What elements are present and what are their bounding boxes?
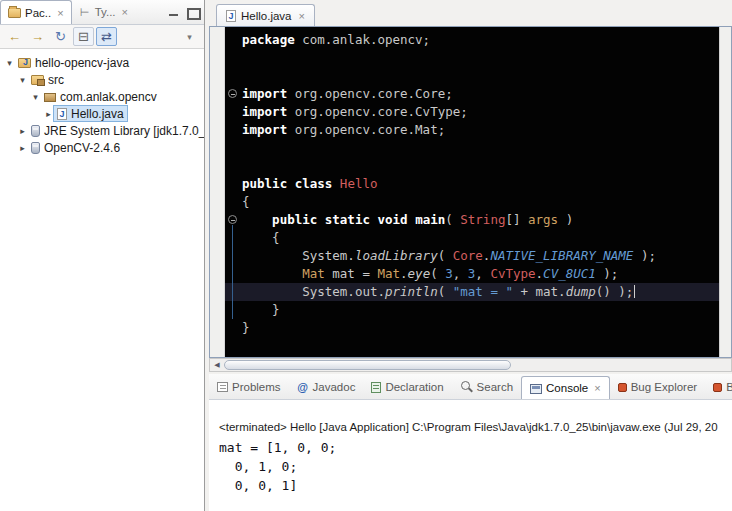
code-line[interactable] xyxy=(225,139,719,157)
tab-hello-java[interactable]: Hello.java × xyxy=(216,4,315,26)
code-line[interactable]: { xyxy=(225,229,719,247)
code-token: args xyxy=(528,212,558,227)
code-line[interactable]: System.loadLibrary( Core.NATIVE_LIBRARY_… xyxy=(225,247,719,265)
code-token: println xyxy=(385,284,438,299)
tree-item-label: JRE System Library [jdk1.7.0_25] xyxy=(44,124,204,138)
tree-item-hello-java[interactable]: ▸Hello.java xyxy=(0,105,204,122)
tab-label: Bug Explorer xyxy=(631,381,697,393)
code-line[interactable]: import org.opencv.core.CvType; xyxy=(225,103,719,121)
tab-bug-explorer[interactable]: Bug Explorer xyxy=(610,374,705,399)
expand-arrow-icon[interactable]: ▸ xyxy=(17,143,28,153)
code-token: CV_8UC1 xyxy=(543,266,596,281)
code-token: NATIVE_LIBRARY_NAME xyxy=(490,248,633,263)
code-token: Mat xyxy=(377,266,400,281)
refresh-icon[interactable]: ↻ xyxy=(50,27,71,46)
console-output[interactable]: mat = [1, 0, 0; 0, 1, 0; 0, 0, 1] xyxy=(209,435,732,498)
forward-icon[interactable]: → xyxy=(27,27,48,46)
view-menu-icon[interactable]: ▾ xyxy=(179,27,200,46)
tree-item-label: Hello.java xyxy=(71,107,124,121)
code-line[interactable]: import org.opencv.core.Mat; xyxy=(225,121,719,139)
close-icon[interactable]: × xyxy=(57,7,63,19)
fold-gutter-cell xyxy=(225,211,242,229)
fold-gutter-cell xyxy=(225,229,242,247)
code-line[interactable]: public static void main( String[] args ) xyxy=(225,211,719,229)
collapse-arrow-icon[interactable]: ▾ xyxy=(17,75,28,85)
back-icon[interactable]: ← xyxy=(4,27,25,46)
expand-arrow-icon[interactable]: ▸ xyxy=(43,109,54,119)
console-line: 0, 1, 0; xyxy=(219,457,722,476)
tree-item-label: com.anlak.opencv xyxy=(60,90,157,104)
maximize-button[interactable] xyxy=(185,5,199,19)
code-line[interactable]: { xyxy=(225,193,719,211)
scroll-left-icon[interactable]: ◀ xyxy=(210,361,224,369)
code-line[interactable]: package com.anlak.opencv; xyxy=(225,31,719,49)
tree-item-content: hello-opencv-java xyxy=(15,55,132,70)
collapse-arrow-icon[interactable]: ▾ xyxy=(4,58,15,68)
text-caret xyxy=(634,285,635,298)
close-icon[interactable]: × xyxy=(299,10,305,22)
left-view-tabs: Pac..×Ty...× xyxy=(0,0,135,24)
code-token: . xyxy=(400,266,408,281)
code-line[interactable] xyxy=(225,67,719,85)
code-text: public class Hello xyxy=(242,175,378,193)
code-line[interactable]: } xyxy=(225,319,719,337)
code-token: import xyxy=(242,122,287,137)
code-line[interactable]: public class Hello xyxy=(225,175,719,193)
tree-item-hello-opencv-java[interactable]: ▾hello-opencv-java xyxy=(0,54,204,71)
tab-javadoc[interactable]: Javadoc xyxy=(289,374,364,399)
code-token: ( xyxy=(438,284,453,299)
tab-label: Bug xyxy=(726,381,732,393)
fold-gutter-cell xyxy=(225,121,242,139)
code-token: "mat = " xyxy=(453,284,513,299)
source-folder-icon xyxy=(31,75,44,85)
fold-collapse-icon[interactable] xyxy=(228,89,237,98)
code-token: { xyxy=(242,194,250,209)
tab-bug[interactable]: Bug xyxy=(705,374,732,399)
tab-label: Declaration xyxy=(385,381,443,393)
scrollbar-thumb[interactable] xyxy=(224,360,511,370)
bug-icon xyxy=(618,383,627,392)
left-window-buttons xyxy=(167,0,204,24)
tab-declaration[interactable]: Declaration xyxy=(363,374,451,399)
close-icon[interactable]: × xyxy=(122,6,128,18)
code-area[interactable]: package com.anlak.opencv;import org.open… xyxy=(225,27,719,357)
code-token: import xyxy=(242,86,287,101)
fold-scope-line xyxy=(232,265,233,283)
tree-item-opencv-2-4-6[interactable]: ▸OpenCV-2.4.6 xyxy=(0,139,204,156)
fold-gutter-cell xyxy=(225,265,242,283)
collapse-arrow-icon[interactable]: ▾ xyxy=(30,92,41,102)
tree-item-jre-system-library-jdk1-7-0-25[interactable]: ▸JRE System Library [jdk1.7.0_25] xyxy=(0,122,204,139)
code-line[interactable]: System.out.println( "mat = " + mat.dump(… xyxy=(225,283,719,301)
tab-pac[interactable]: Pac..× xyxy=(0,0,72,24)
code-token: () ); xyxy=(596,284,634,299)
fold-collapse-icon[interactable] xyxy=(228,215,237,224)
code-token: org.opencv.core.Mat; xyxy=(287,122,445,137)
code-token xyxy=(242,266,302,281)
tab-search[interactable]: Search xyxy=(452,374,521,399)
horizontal-scrollbar[interactable]: ◀ xyxy=(209,358,732,372)
code-token: class xyxy=(295,176,333,191)
code-line[interactable]: } xyxy=(225,301,719,319)
expand-arrow-icon[interactable]: ▸ xyxy=(17,126,28,136)
code-token: } xyxy=(242,320,250,335)
tab-console[interactable]: Console× xyxy=(521,376,610,399)
tree-item-src[interactable]: ▾src xyxy=(0,71,204,88)
tab-problems[interactable]: Problems xyxy=(209,374,289,399)
fold-scope-line xyxy=(232,247,233,265)
link-with-editor-icon[interactable]: ⇄ xyxy=(96,27,117,46)
editor-body: package com.anlak.opencv;import org.open… xyxy=(209,26,732,358)
tree-item-label: src xyxy=(48,73,64,87)
annotation-ruler[interactable] xyxy=(210,27,225,357)
minimize-button[interactable] xyxy=(167,5,181,19)
code-line[interactable] xyxy=(225,157,719,175)
close-icon[interactable]: × xyxy=(594,382,600,394)
code-token: static xyxy=(325,212,370,227)
code-line[interactable]: import org.opencv.core.Core; xyxy=(225,85,719,103)
fold-scope-line xyxy=(232,283,233,301)
code-line[interactable]: Mat mat = Mat.eye( 3, 3, CvType.CV_8UC1 … xyxy=(225,265,719,283)
tab-ty[interactable]: Ty...× xyxy=(72,0,135,24)
collapse-all-icon[interactable]: ⊟ xyxy=(73,27,94,46)
tree-item-com-anlak-opencv[interactable]: ▾com.anlak.opencv xyxy=(0,88,204,105)
overview-ruler[interactable] xyxy=(719,27,731,357)
code-line[interactable] xyxy=(225,49,719,67)
